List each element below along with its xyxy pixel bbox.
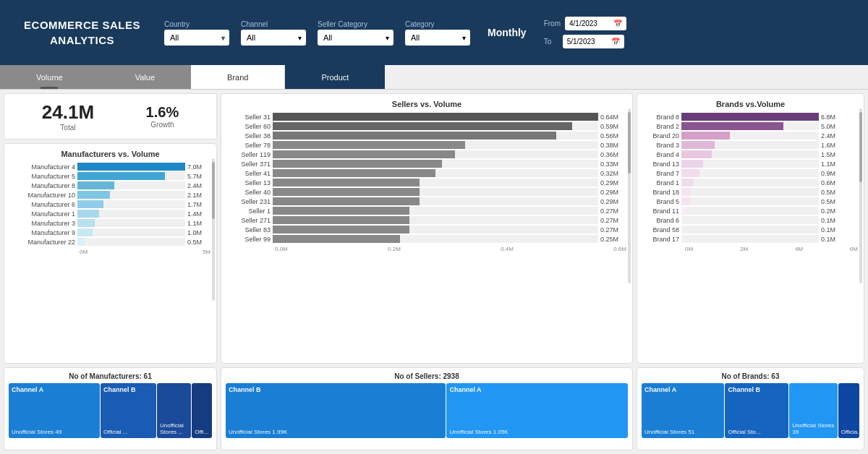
- manufacturer-bar-row: Manufacturer 4 7.0M: [10, 163, 210, 171]
- manufacturer-bar-row: Manufacturer 8 2.4M: [10, 181, 210, 189]
- brand-bar-row: Brand 8 6.8M: [643, 113, 858, 121]
- total-kpi: 24.1M Total: [42, 101, 94, 132]
- total-label: Total: [42, 124, 94, 132]
- brand-bar-row: Brand 2 5.0M: [643, 122, 858, 130]
- calendar-icon: 📅: [613, 20, 622, 27]
- filter-country-label: Country: [164, 20, 229, 28]
- bottom-brands-panel: No of Brands: 63 Channel A Unofficial St…: [637, 367, 864, 450]
- header: ECOMMERCE SALESANALYTICS Country All ▾ C…: [0, 0, 868, 65]
- manufacturers-treemap: Channel A Unofficial Stores 49 Channel B…: [9, 383, 212, 438]
- treemap-cell: Offi...: [192, 383, 212, 438]
- seller-bar-row: Seller 41 0.32M: [227, 169, 626, 177]
- bottom-sellers-panel: No of Sellers: 2938 Channel B Unofficial…: [221, 367, 633, 450]
- treemap-cell: Channel B Unofficial Stores 1.99K: [226, 383, 446, 438]
- treemap-cell: Channel B Official ...: [101, 383, 156, 438]
- bottom-brands-title: No of Brands: 63: [642, 372, 859, 380]
- seller-bar-row: Seller 13 0.29M: [227, 179, 626, 187]
- treemap-cell: Channel A Unofficial Stores 49: [9, 383, 100, 438]
- brand-bar-row: Brand 11 0.2M: [643, 207, 858, 215]
- seller-bar-row: Seller 119 0.36M: [227, 150, 626, 158]
- period-label: Monthly: [488, 27, 527, 38]
- seller-category-select[interactable]: All: [318, 30, 393, 46]
- kpi-panel: 24.1M Total 1.6% Growth: [4, 93, 217, 140]
- brand-bar-row: Brand 5 0.5M: [643, 197, 858, 205]
- filter-seller-category: Seller Category All ▾: [318, 20, 393, 46]
- sellers-chart-title: Sellers vs. Volume: [227, 100, 626, 108]
- brand-bar-row: Brand 1 0.6M: [643, 179, 858, 187]
- manufacturer-bar-row: Manufacturer 9 1.0M: [10, 228, 210, 236]
- bottom-manufacturers-title: No of Manufacturers: 61: [9, 372, 212, 380]
- filter-country: Country All ▾: [164, 20, 229, 46]
- treemap-cell: Unofficial Stores 39: [789, 383, 838, 438]
- brands-panel: Brands vs.Volume Brand 8 6.8M Brand 2 5.…: [637, 93, 864, 364]
- brand-bar-row: Brand 58 0.1M: [643, 226, 858, 234]
- manufacturer-bar-row: Manufacturer 3 1.1M: [10, 219, 210, 227]
- seller-bar-row: Seller 271 0.27M: [227, 216, 626, 224]
- channel-select[interactable]: All: [241, 30, 306, 46]
- brand-bar-row: Brand 20 2.4M: [643, 132, 858, 140]
- filter-channel-label: Channel: [241, 20, 306, 28]
- from-date-input[interactable]: 4/1/2023 📅: [565, 17, 626, 30]
- tab-product[interactable]: Product: [285, 65, 385, 89]
- to-date-input[interactable]: 5/1/2023 📅: [563, 35, 624, 48]
- growth-label: Growth: [146, 121, 179, 129]
- brand-bar-row: Brand 13 1.1M: [643, 160, 858, 168]
- bottom-sellers-title: No of Sellers: 2938: [226, 372, 628, 380]
- period-section: Monthly: [488, 27, 527, 38]
- brands-chart-title: Brands vs.Volume: [643, 100, 858, 108]
- seller-bar-row: Seller 371 0.33M: [227, 160, 626, 168]
- from-label: From: [544, 20, 561, 27]
- app-title: ECOMMERCE SALESANALYTICS: [12, 17, 153, 48]
- seller-bar-row: Seller 83 0.27M: [227, 226, 626, 234]
- growth-kpi: 1.6% Growth: [146, 104, 179, 129]
- seller-bar-row: Seller 78 0.38M: [227, 141, 626, 149]
- seller-bar-row: Seller 1 0.27M: [227, 207, 626, 215]
- brands-treemap: Channel A Unofficial Stores 51 Channel B…: [642, 383, 859, 438]
- country-select[interactable]: All: [164, 30, 229, 46]
- tab-brand[interactable]: Brand: [191, 65, 285, 89]
- brand-bar-row: Brand 17 0.1M: [643, 235, 858, 243]
- to-label: To: [544, 38, 558, 46]
- manufacturer-bar-row: Manufacturer 1 1.4M: [10, 210, 210, 218]
- treemap-cell: Channel A Unofficial Stores 51: [642, 383, 724, 438]
- seller-bar-row: Seller 40 0.29M: [227, 188, 626, 196]
- treemap-cell: Channel B Official Sto...: [725, 383, 788, 438]
- bottom-manufacturers-panel: No of Manufacturers: 61 Channel A Unoffi…: [4, 367, 217, 450]
- brand-bar-row: Brand 4 1.5M: [643, 150, 858, 158]
- filter-category: Category All ▾: [405, 20, 470, 46]
- growth-value: 1.6%: [146, 104, 179, 121]
- seller-bar-row: Seller 38 0.56M: [227, 132, 626, 140]
- filter-category-label: Category: [405, 20, 470, 28]
- main-content: 24.1M Total 1.6% Growth Manufacturers vs…: [0, 90, 868, 454]
- filter-channel: Channel All ▾: [241, 20, 306, 46]
- calendar-icon-2: 📅: [611, 38, 620, 46]
- manufacturers-chart: Manufacturers vs. Volume Manufacturer 4 …: [4, 143, 217, 364]
- brand-bar-row: Brand 3 1.6M: [643, 141, 858, 149]
- tab-value[interactable]: Value: [99, 65, 191, 89]
- brands-bars: Brand 8 6.8M Brand 2 5.0M Brand 20 2.4M …: [643, 113, 858, 243]
- manufacturer-bar-row: Manufacturer 5 5.7M: [10, 172, 210, 180]
- date-section: From 4/1/2023 📅 To 5/1/2023 📅: [544, 17, 626, 48]
- manufacturer-bar-row: Manufacturer 10 2.1M: [10, 191, 210, 199]
- manufacturers-chart-title: Manufacturers vs. Volume: [10, 150, 210, 158]
- tabs-bar: Volume Value Brand Product: [0, 65, 868, 90]
- brand-bar-row: Brand 7 0.9M: [643, 169, 858, 177]
- manufacturer-bar-row: Manufacturer 6 1.7M: [10, 200, 210, 208]
- tab-volume[interactable]: Volume: [0, 65, 99, 89]
- category-select[interactable]: All: [405, 30, 470, 46]
- top-left-column: 24.1M Total 1.6% Growth Manufacturers vs…: [4, 93, 217, 364]
- brand-bar-row: Brand 6 0.1M: [643, 216, 858, 224]
- sellers-bars: Seller 31 0.64M Seller 60 0.59M Seller 3…: [227, 113, 626, 243]
- filter-seller-category-label: Seller Category: [318, 20, 393, 28]
- treemap-cell: Unofficial Stores ...: [157, 383, 191, 438]
- manufacturers-bars: Manufacturer 4 7.0M Manufacturer 5 5.7M …: [10, 163, 210, 246]
- total-value: 24.1M: [42, 101, 94, 124]
- brand-bar-row: Brand 18 0.5M: [643, 188, 858, 196]
- treemap-cell: Channel A Unofficial Stores 1.05K: [446, 383, 628, 438]
- seller-bar-row: Seller 99 0.25M: [227, 235, 626, 243]
- sellers-treemap: Channel B Unofficial Stores 1.99K Channe…: [226, 383, 628, 438]
- seller-bar-row: Seller 60 0.59M: [227, 122, 626, 130]
- sellers-panel: Sellers vs. Volume Seller 31 0.64M Selle…: [221, 93, 633, 364]
- seller-bar-row: Seller 31 0.64M: [227, 113, 626, 121]
- seller-bar-row: Seller 231 0.29M: [227, 197, 626, 205]
